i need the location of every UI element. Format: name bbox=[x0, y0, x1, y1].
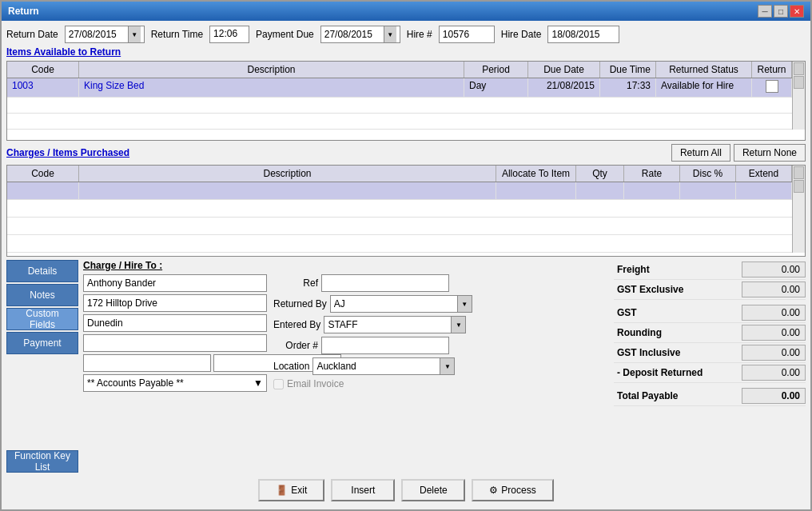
gst-inclusive-label: GST Inclusive bbox=[614, 347, 680, 358]
charges-row-1[interactable] bbox=[7, 182, 792, 200]
ref-input[interactable] bbox=[321, 274, 449, 292]
gst-exclusive-value: 0.00 bbox=[742, 281, 806, 297]
address-line1-input[interactable] bbox=[83, 294, 267, 312]
insert-button[interactable]: Insert bbox=[331, 479, 395, 501]
items-col-status: Returned Status bbox=[656, 62, 752, 78]
location-input[interactable] bbox=[313, 359, 440, 373]
total-payable-label: Total Payable bbox=[614, 390, 678, 401]
custom-fields-button[interactable]: Custom Fields bbox=[6, 308, 78, 330]
gst-exclusive-label: GST Exclusive bbox=[614, 284, 683, 295]
returned-by-label: Returned By bbox=[273, 298, 327, 309]
charges-row-3 bbox=[7, 218, 792, 235]
location-combo[interactable]: ▼ bbox=[312, 357, 455, 375]
item-return-checkbox[interactable] bbox=[752, 78, 792, 97]
items-scrollbar[interactable] bbox=[792, 62, 805, 130]
return-date-dropdown[interactable]: ▼ bbox=[128, 26, 141, 42]
accounts-arrow[interactable]: ▼ bbox=[253, 377, 263, 389]
charges-row-2 bbox=[7, 200, 792, 218]
details-button[interactable]: Details bbox=[6, 260, 78, 282]
location-label: Location bbox=[273, 361, 309, 372]
deposit-returned-value: 0.00 bbox=[742, 365, 806, 381]
restore-button[interactable]: □ bbox=[774, 5, 788, 18]
rounding-value: 0.00 bbox=[742, 325, 806, 341]
exit-label: Exit bbox=[291, 485, 307, 496]
charge-rate-1 bbox=[624, 182, 680, 199]
email-invoice-checkbox[interactable] bbox=[273, 379, 284, 389]
process-label: Process bbox=[501, 485, 535, 496]
return-none-button[interactable]: Return None bbox=[734, 144, 806, 162]
charges-col-disc: Disc % bbox=[680, 166, 736, 182]
charge-extend-1 bbox=[736, 182, 792, 199]
location-arrow[interactable]: ▼ bbox=[440, 358, 454, 374]
entered-by-row: Entered By ▼ bbox=[273, 316, 449, 333]
address-part1-input[interactable] bbox=[83, 354, 211, 372]
returned-by-row: Returned By ▼ bbox=[273, 295, 449, 313]
window-title: Return bbox=[8, 6, 39, 17]
entered-by-arrow[interactable]: ▼ bbox=[451, 317, 465, 333]
charges-buttons: Return All Return None bbox=[671, 144, 806, 162]
return-time-field[interactable]: 12:06 bbox=[209, 26, 249, 43]
address-block: ** Accounts Payable ** ▼ Ref Returned By bbox=[83, 274, 609, 392]
charges-col-allocate: Allocate To Item bbox=[496, 166, 576, 182]
items-col-period: Period bbox=[464, 62, 528, 78]
charges-col-code: Code bbox=[7, 166, 79, 182]
gst-label: GST bbox=[614, 307, 637, 318]
exit-button[interactable]: 🚪 Exit bbox=[258, 479, 324, 501]
entered-by-input[interactable] bbox=[324, 317, 451, 332]
charges-scrollbar[interactable] bbox=[792, 166, 805, 253]
hire-num-field: 10576 bbox=[439, 26, 495, 43]
item-due-time: 17:33 bbox=[600, 78, 656, 97]
entered-by-combo[interactable]: ▼ bbox=[324, 316, 466, 333]
item-description: King Size Bed bbox=[79, 78, 464, 97]
left-sidebar: Details Notes Custom Fields Payment Func… bbox=[6, 260, 78, 473]
notes-button[interactable]: Notes bbox=[6, 284, 78, 306]
returned-by-input[interactable] bbox=[331, 297, 457, 311]
address-fields: ** Accounts Payable ** ▼ bbox=[83, 274, 267, 392]
accounts-dropdown[interactable]: ** Accounts Payable ** ▼ bbox=[83, 374, 267, 392]
email-invoice-label[interactable]: Email Invoice bbox=[273, 378, 344, 389]
payment-due-dropdown[interactable]: ▼ bbox=[384, 26, 396, 42]
payment-button[interactable]: Payment bbox=[6, 332, 78, 354]
delete-button[interactable]: Delete bbox=[401, 479, 465, 501]
charges-col-rate: Rate bbox=[624, 166, 680, 182]
entered-by-label: Entered By bbox=[273, 319, 320, 330]
deposit-returned-row: - Deposit Returned 0.00 bbox=[614, 363, 806, 383]
gst-inclusive-value: 0.00 bbox=[742, 345, 806, 361]
charges-col-description: Description bbox=[79, 166, 496, 182]
totals-panel: Freight 0.00 GST Exclusive 0.00 GST 0.00… bbox=[614, 260, 806, 473]
accounts-label: ** Accounts Payable ** bbox=[87, 377, 184, 389]
order-num-input[interactable] bbox=[321, 337, 449, 354]
return-date-input[interactable] bbox=[69, 29, 126, 40]
ref-label: Ref bbox=[273, 277, 318, 289]
charges-table-header: Code Description Allocate To Item Qty Ra… bbox=[7, 166, 792, 182]
returned-by-arrow[interactable]: ▼ bbox=[457, 296, 472, 312]
charge-desc-1 bbox=[79, 182, 496, 199]
main-content: Return Date ▼ Return Time 12:06 Payment … bbox=[2, 21, 810, 509]
charge-qty-1 bbox=[576, 182, 624, 199]
rounding-label: Rounding bbox=[614, 327, 662, 338]
return-all-button[interactable]: Return All bbox=[671, 144, 730, 162]
return-date-field[interactable]: ▼ bbox=[65, 26, 145, 43]
process-button[interactable]: ⚙ Process bbox=[472, 479, 553, 501]
close-button[interactable]: ✕ bbox=[790, 5, 804, 18]
payment-due-field[interactable]: ▼ bbox=[320, 26, 400, 43]
minimize-button[interactable]: ─ bbox=[758, 5, 772, 18]
items-table-row[interactable]: 1003 King Size Bed Day 21/08/2015 17:33 … bbox=[7, 78, 792, 98]
gst-exclusive-row: GST Exclusive 0.00 bbox=[614, 280, 806, 300]
center-area: Charge / Hire To : bbox=[83, 260, 609, 473]
return-window: Return ─ □ ✕ Return Date ▼ Return Time 1… bbox=[0, 0, 812, 511]
address-line3-input[interactable] bbox=[83, 334, 267, 352]
return-checkbox[interactable] bbox=[766, 80, 778, 93]
customer-name-input[interactable] bbox=[83, 274, 267, 292]
returned-by-combo[interactable]: ▼ bbox=[330, 295, 472, 313]
right-fields: Ref Returned By ▼ Entered By bbox=[273, 274, 449, 392]
email-invoice-text: Email Invoice bbox=[287, 378, 344, 389]
location-row: Location ▼ bbox=[273, 357, 449, 375]
charges-section-header: Charges / Items Purchased bbox=[6, 147, 129, 158]
charges-table-container: Code Description Allocate To Item Qty Ra… bbox=[6, 165, 806, 257]
function-key-list-button[interactable]: Function Key List bbox=[6, 450, 78, 473]
freight-label: Freight bbox=[614, 264, 650, 275]
address-line2-input[interactable] bbox=[83, 314, 267, 332]
charges-header-row: Charges / Items Purchased Return All Ret… bbox=[6, 144, 806, 162]
payment-due-input[interactable] bbox=[324, 29, 382, 40]
